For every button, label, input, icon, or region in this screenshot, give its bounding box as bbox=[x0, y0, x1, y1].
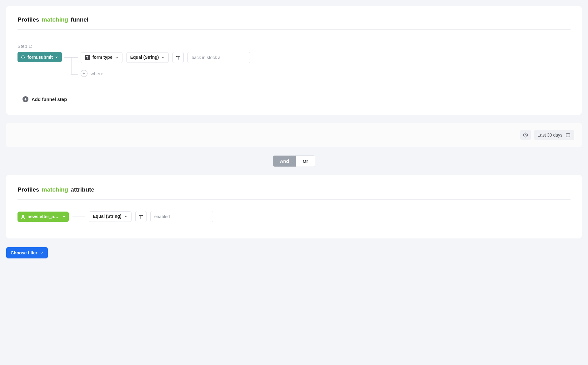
divider bbox=[17, 29, 571, 30]
divider bbox=[17, 199, 571, 200]
attribute-operator-selector[interactable]: Equal (String) bbox=[89, 211, 132, 222]
operator-selector[interactable]: Equal (String) bbox=[126, 52, 169, 62]
operator-label: Equal (String) bbox=[130, 55, 159, 60]
chevron-down-icon bbox=[55, 56, 58, 59]
where-label: where bbox=[91, 71, 103, 76]
attribute-name: newsletter_ag… bbox=[27, 214, 60, 219]
logic-or-button[interactable]: Or bbox=[296, 156, 315, 167]
text-type-icon bbox=[138, 214, 143, 219]
value-input[interactable] bbox=[187, 52, 250, 63]
text-type-badge-icon: T bbox=[85, 55, 90, 60]
title-suffix: funnel bbox=[71, 16, 88, 23]
operator-label: Equal (String) bbox=[93, 214, 122, 219]
title-matching: matching bbox=[42, 16, 68, 23]
value-type-toggle[interactable] bbox=[172, 52, 184, 63]
date-range-selector[interactable]: Last 30 days bbox=[534, 130, 574, 140]
connector-lines bbox=[62, 52, 81, 79]
logic-and-button[interactable]: And bbox=[273, 156, 296, 167]
attribute-title: Profiles matching attribute bbox=[17, 186, 571, 199]
date-range-label: Last 30 days bbox=[538, 132, 562, 138]
logic-toggle: And Or bbox=[273, 155, 316, 167]
choose-filter-button[interactable]: Choose filter bbox=[6, 247, 48, 258]
funnel-title: Profiles matching funnel bbox=[17, 16, 571, 29]
add-funnel-step-button[interactable]: Add funnel step bbox=[22, 96, 571, 102]
chevron-down-icon bbox=[115, 56, 118, 59]
chevron-down-icon bbox=[62, 215, 66, 218]
user-icon bbox=[21, 214, 25, 219]
add-where-condition[interactable]: where bbox=[81, 70, 251, 77]
chevron-down-icon bbox=[161, 56, 165, 59]
title-prefix: Profiles bbox=[17, 16, 39, 23]
property-label: form type bbox=[92, 55, 112, 60]
title-matching: matching bbox=[42, 186, 68, 193]
attribute-card: Profiles matching attribute newsletter_a… bbox=[6, 175, 582, 238]
event-selector[interactable]: form.submit bbox=[17, 52, 62, 62]
plus-icon bbox=[22, 96, 28, 102]
svg-point-8 bbox=[22, 215, 24, 217]
attribute-value-input[interactable] bbox=[150, 211, 213, 222]
logic-toggle-row: And Or bbox=[6, 155, 582, 167]
clock-icon bbox=[523, 132, 528, 138]
chevron-down-icon bbox=[124, 215, 127, 218]
bell-icon bbox=[21, 55, 25, 59]
choose-filter-label: Choose filter bbox=[11, 250, 37, 255]
chevron-down-icon bbox=[40, 251, 43, 255]
add-funnel-step-label: Add funnel step bbox=[32, 97, 67, 102]
text-type-icon bbox=[176, 55, 181, 60]
property-selector[interactable]: T form type bbox=[81, 52, 122, 63]
connector-line bbox=[72, 217, 85, 217]
attribute-selector[interactable]: newsletter_ag… bbox=[17, 212, 69, 222]
funnel-card: Profiles matching funnel Step 1: form.su… bbox=[6, 6, 582, 115]
event-name: form.submit bbox=[27, 55, 53, 59]
history-button[interactable] bbox=[520, 130, 531, 140]
step-label: Step 1: bbox=[17, 43, 571, 49]
attribute-value-type-toggle[interactable] bbox=[135, 211, 147, 222]
calendar-icon bbox=[566, 132, 571, 138]
title-suffix: attribute bbox=[71, 186, 94, 193]
date-toolbar: Last 30 days bbox=[6, 123, 582, 147]
svg-rect-5 bbox=[566, 133, 570, 137]
title-prefix: Profiles bbox=[17, 186, 39, 193]
plus-circle-icon bbox=[81, 70, 87, 77]
